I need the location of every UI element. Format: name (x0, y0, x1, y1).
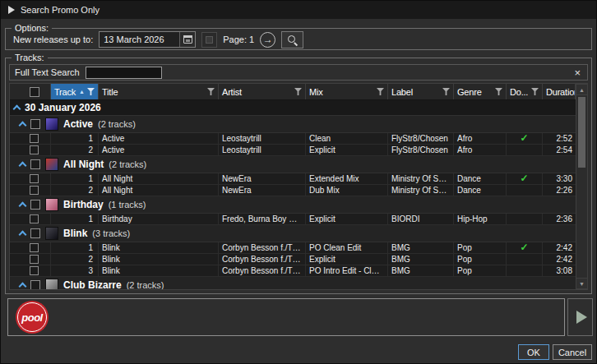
group-checkbox[interactable] (30, 119, 40, 129)
column-header-mix[interactable]: Mix (306, 84, 388, 99)
downloaded-check-icon: ✓ (520, 133, 528, 144)
filter-icon[interactable] (377, 88, 384, 95)
track-row[interactable]: 3BlinkCorbyn Besson f./TZUYUPO Intro Edi… (10, 265, 576, 277)
full-text-search-input[interactable] (86, 67, 162, 79)
filter-icon[interactable] (294, 88, 302, 95)
chevron-up-icon[interactable] (19, 202, 27, 210)
column-header-downloaded[interactable]: Do... (507, 84, 543, 99)
options-group: Options: New releases up to: Page: 1 → (5, 28, 592, 50)
row-checkbox[interactable] (30, 214, 39, 223)
row-checkbox[interactable] (30, 145, 39, 154)
track-row[interactable]: 2All NightNewEraDub MixMinistry Of Sound… (10, 185, 576, 196)
track-row[interactable]: 1BirthdayFredo, Burna Boy & Steel Ban...… (10, 214, 576, 225)
column-header-label: Label (391, 87, 413, 97)
close-icon[interactable]: × (572, 67, 582, 78)
calendar-button[interactable] (179, 32, 195, 47)
column-header-artist[interactable]: Artist (219, 84, 306, 99)
date-field[interactable] (99, 31, 196, 48)
filter-icon[interactable] (87, 88, 95, 95)
row-checkbox[interactable] (30, 266, 39, 275)
ok-button[interactable]: OK (518, 344, 549, 360)
scrollbar-track[interactable] (576, 95, 587, 278)
cell-artist: Corbyn Besson f./TZUYU (219, 265, 306, 276)
chevron-up-icon[interactable] (19, 283, 27, 289)
group-title: All Night (63, 159, 104, 170)
date-group-row[interactable]: 30 January 2026 (10, 100, 576, 116)
search-button[interactable] (281, 31, 303, 48)
group-checkbox[interactable] (30, 280, 40, 289)
column-header-title[interactable]: Title (99, 84, 219, 99)
filter-icon[interactable] (531, 88, 539, 95)
album-art (45, 158, 58, 171)
row-checkbox[interactable] (30, 134, 39, 143)
date-input[interactable] (100, 35, 179, 44)
filter-icon[interactable] (442, 88, 450, 95)
titlebar[interactable]: Search Promo Only (1, 1, 596, 19)
sort-asc-icon: ▲ (79, 89, 85, 94)
row-checkbox[interactable] (30, 243, 39, 252)
cell-mix: Explicit (306, 145, 388, 155)
play-button[interactable] (567, 298, 593, 336)
cell-artist: Leostaytrill (219, 133, 306, 144)
select-all-checkbox[interactable] (30, 87, 39, 97)
group-count: (2 tracks) (109, 159, 146, 169)
chevron-up-icon[interactable] (13, 105, 21, 113)
cell-downloaded: ✓ (507, 242, 543, 253)
expander-cell (10, 145, 23, 155)
group-checkbox[interactable] (30, 159, 40, 169)
column-header-label: Track (54, 87, 76, 97)
date-extra-button[interactable] (201, 32, 217, 48)
track-group-row[interactable]: Birthday(1 tracks) (10, 196, 576, 214)
cell-genre: Pop (454, 254, 507, 265)
column-header-duration[interactable]: Duration (543, 84, 576, 99)
track-row[interactable]: 1BlinkCorbyn Besson f./TZUYUPO Clean Edi… (10, 242, 576, 254)
vertical-scrollbar[interactable]: ▲ ▼ (576, 84, 587, 289)
row-checkbox-cell (23, 145, 51, 155)
cell-label: BMG (388, 254, 454, 265)
row-checkbox[interactable] (30, 186, 39, 195)
group-checkbox[interactable] (30, 228, 40, 238)
row-checkbox-cell (23, 265, 51, 276)
track-group-row[interactable]: Active(2 tracks) (10, 116, 576, 133)
filter-icon[interactable] (495, 88, 502, 95)
cell-downloaded (507, 265, 543, 276)
track-row[interactable]: 2ActiveLeostaytrillExplicitFlyStr8/Chose… (10, 145, 576, 156)
track-group-row[interactable]: Club Bizarre(2 tracks) (10, 277, 576, 289)
cell-title: All Night (99, 173, 219, 184)
player-panel: pool (7, 298, 565, 336)
filter-icon[interactable] (207, 88, 215, 95)
full-text-search-label: Full Text Search (15, 67, 80, 77)
track-group-row[interactable]: All Night(2 tracks) (10, 156, 576, 173)
cell-mix: PO Intro Edit - Clean (306, 265, 388, 276)
track-row[interactable]: 2BlinkCorbyn Besson f./TZUYUExplicitBMGP… (10, 254, 576, 265)
row-checkbox[interactable] (30, 255, 39, 264)
row-checkbox[interactable] (30, 174, 39, 183)
track-row[interactable]: 1All NightNewEraExtended MixMinistry Of … (10, 173, 576, 185)
expander-cell (10, 242, 23, 253)
chevron-up-icon[interactable] (19, 122, 27, 130)
column-header-genre[interactable]: Genre (454, 84, 507, 99)
chevron-up-icon[interactable] (19, 231, 27, 239)
page-value: 1 (249, 35, 254, 44)
cell-track-number: 2 (51, 145, 99, 155)
new-releases-label: New releases up to: (13, 35, 93, 44)
cancel-button[interactable]: Cancel (553, 344, 592, 360)
row-checkbox-cell (23, 242, 51, 253)
cell-label: Ministry Of Sound (388, 185, 454, 196)
column-header-track[interactable]: Track▲ (51, 84, 99, 99)
album-art (45, 279, 58, 289)
scroll-up-button[interactable]: ▲ (576, 84, 587, 95)
magnifier-icon (287, 35, 298, 45)
track-group-row[interactable]: Blink(3 tracks) (10, 225, 576, 242)
group-checkbox[interactable] (30, 200, 40, 210)
column-header-label[interactable]: Label (388, 84, 454, 99)
scrollbar-thumb[interactable] (578, 97, 585, 168)
cell-title: All Night (99, 185, 219, 196)
chevron-up-icon[interactable] (19, 162, 27, 170)
track-row[interactable]: 1ActiveLeostaytrillCleanFlyStr8/ChosenAf… (10, 133, 576, 145)
play-icon (8, 6, 15, 14)
full-text-search-row: Full Text Search × (9, 64, 588, 81)
cell-track-number: 2 (51, 185, 99, 196)
scroll-down-button[interactable]: ▼ (576, 278, 587, 289)
go-page-button[interactable]: → (260, 32, 275, 48)
